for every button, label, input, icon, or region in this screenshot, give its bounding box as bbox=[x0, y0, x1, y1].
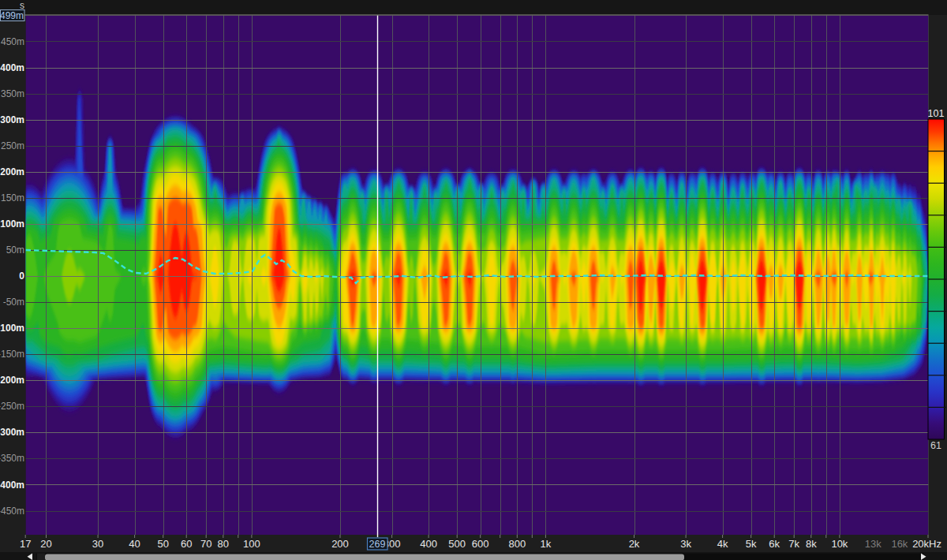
svg-text:269: 269 bbox=[369, 539, 386, 550]
svg-text:-250m: -250m bbox=[0, 401, 24, 412]
svg-text:60: 60 bbox=[181, 538, 192, 550]
svg-text:3k: 3k bbox=[680, 538, 691, 550]
svg-text:450m: 450m bbox=[1, 36, 24, 47]
svg-text:800: 800 bbox=[508, 538, 526, 550]
svg-text:499m: 499m bbox=[0, 10, 24, 21]
svg-text:100m: 100m bbox=[0, 218, 24, 230]
svg-text:300m: 300m bbox=[0, 114, 24, 125]
svg-text:150m: 150m bbox=[1, 192, 24, 203]
svg-text:200: 200 bbox=[331, 538, 349, 550]
svg-text:8k: 8k bbox=[806, 538, 817, 550]
svg-text:50m: 50m bbox=[6, 245, 24, 256]
svg-text:100: 100 bbox=[243, 538, 260, 550]
svg-text:7k: 7k bbox=[788, 538, 799, 550]
svg-text:200m: 200m bbox=[0, 166, 24, 177]
svg-text:30: 30 bbox=[92, 538, 103, 550]
svg-text:50: 50 bbox=[157, 538, 168, 550]
svg-text:1k: 1k bbox=[541, 538, 552, 550]
svg-text:13k: 13k bbox=[865, 538, 881, 550]
svg-text:10k: 10k bbox=[831, 538, 848, 550]
svg-text:-400m: -400m bbox=[0, 480, 24, 491]
svg-text:-200m: -200m bbox=[0, 375, 24, 386]
svg-text:80: 80 bbox=[218, 538, 229, 550]
svg-text:5k: 5k bbox=[746, 538, 757, 550]
svg-text:40: 40 bbox=[129, 538, 140, 550]
svg-text:-100m: -100m bbox=[0, 323, 24, 334]
svg-text:-450m: -450m bbox=[0, 506, 24, 517]
svg-text:-350m: -350m bbox=[0, 453, 24, 464]
svg-text:-150m: -150m bbox=[0, 349, 24, 360]
svg-text:16k: 16k bbox=[891, 538, 908, 550]
svg-text:-300m: -300m bbox=[0, 427, 24, 438]
svg-text:2k: 2k bbox=[629, 538, 640, 550]
svg-text:600: 600 bbox=[472, 538, 489, 550]
svg-text:70: 70 bbox=[200, 538, 211, 550]
svg-text:61: 61 bbox=[930, 440, 941, 451]
svg-text:6k: 6k bbox=[769, 538, 780, 550]
svg-text:0: 0 bbox=[19, 271, 24, 282]
svg-text:350m: 350m bbox=[1, 88, 24, 99]
svg-text:400: 400 bbox=[420, 538, 437, 550]
svg-text:250m: 250m bbox=[1, 140, 24, 151]
svg-text:4k: 4k bbox=[717, 538, 728, 550]
svg-text:400m: 400m bbox=[0, 62, 24, 73]
svg-text:101: 101 bbox=[928, 108, 945, 119]
svg-text:-50m: -50m bbox=[3, 297, 24, 308]
svg-text:20: 20 bbox=[40, 538, 51, 550]
svg-text:17: 17 bbox=[20, 538, 31, 550]
svg-text:500: 500 bbox=[448, 538, 466, 550]
svg-text:20kHz: 20kHz bbox=[912, 538, 941, 550]
svg-text:s: s bbox=[20, 0, 24, 11]
